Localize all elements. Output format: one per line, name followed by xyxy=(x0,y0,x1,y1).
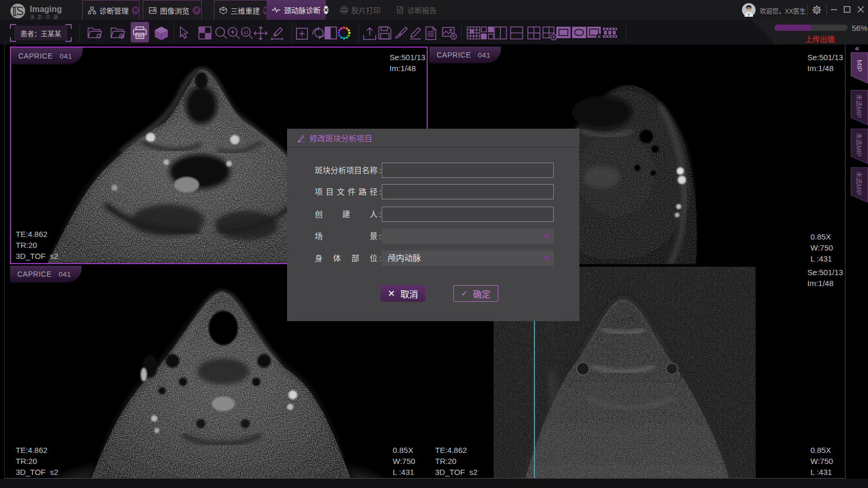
svg-text:x2: x2 xyxy=(243,30,248,35)
